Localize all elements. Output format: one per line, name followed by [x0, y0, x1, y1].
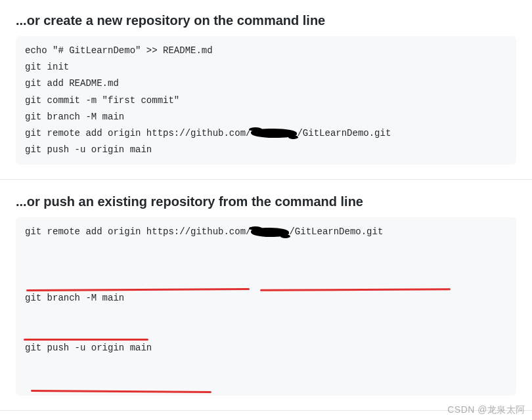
annotation-underline — [31, 390, 211, 392]
redacted-username — [251, 228, 289, 237]
section-divider — [0, 179, 532, 180]
code-line: git remote add origin https://github.com… — [25, 224, 507, 290]
code-text: git branch -M main — [25, 293, 124, 303]
create-new-repo-section: ...or create a new repository on the com… — [0, 13, 532, 165]
code-line: echo "# GitLearnDemo" >> README.md — [25, 43, 507, 59]
code-line: git push -u origin main — [25, 340, 507, 390]
redacted-username — [251, 129, 297, 138]
push-existing-repo-heading: ...or push an existing repository from t… — [16, 194, 516, 209]
code-line: git branch -M main — [25, 109, 507, 125]
code-text: /GitLearnDemo.git — [297, 128, 391, 138]
code-line: git remote add origin https://github.com… — [25, 125, 507, 142]
code-text: /GitLearnDemo.git — [289, 226, 383, 237]
push-existing-repo-section: ...or push an existing repository from t… — [0, 194, 532, 396]
code-text: git remote add origin https://github.com… — [25, 128, 251, 138]
code-line: git add README.md — [25, 75, 507, 92]
code-line: git commit -m "first commit" — [25, 93, 507, 109]
watermark: CSDN @龙泉太阿 — [447, 404, 525, 416]
code-text: git remote add origin https://github.com… — [25, 226, 251, 237]
annotation-underline — [24, 339, 148, 341]
code-line: git push -u origin main — [25, 142, 507, 158]
code-line: git branch -M main — [25, 290, 507, 340]
create-new-repo-heading: ...or create a new repository on the com… — [16, 13, 516, 28]
code-text: git push -u origin main — [25, 343, 152, 353]
create-new-repo-code[interactable]: echo "# GitLearnDemo" >> README.md git i… — [16, 36, 516, 165]
push-existing-repo-code[interactable]: git remote add origin https://github.com… — [16, 217, 516, 396]
code-line: git init — [25, 59, 507, 75]
